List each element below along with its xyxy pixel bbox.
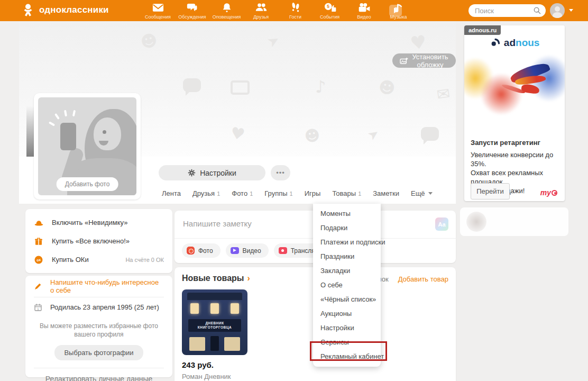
ok-logo[interactable]: одноклассники	[21, 3, 109, 17]
topbar: одноклассники Сообщения Обсуждения Опове…	[0, 0, 588, 21]
tab-feed[interactable]: Лента	[162, 189, 181, 197]
quick-actions-card: Включить «Невидимку» Купить «Все включен…	[25, 209, 172, 273]
menu-item-settings[interactable]: Настройки	[313, 321, 381, 335]
profile-tabs: Лента Друзья1 Фото1 Группы1 Игры Товары1…	[162, 189, 433, 197]
menu-item-ad-cabinet[interactable]: Рекламный кабинет	[313, 349, 381, 364]
hat-icon	[34, 219, 45, 226]
video-play-promo-button[interactable]	[389, 5, 402, 16]
write-about-yourself-link[interactable]: Напишите что-нибудь интересное о себе	[34, 276, 164, 297]
set-cover-button[interactable]: Установить обложку	[392, 53, 456, 68]
mytarget-logo: my	[540, 188, 557, 197]
two-people-icon	[244, 1, 278, 14]
product-price: 243 руб.	[182, 360, 214, 369]
menu-item-moments[interactable]: Моменты	[313, 206, 381, 221]
new-products-title[interactable]: Новые товары›	[182, 274, 250, 283]
menu-item-bookmarks[interactable]: Закладки	[313, 264, 381, 278]
plane-pattern-icon	[365, 125, 382, 143]
smiley-pattern-icon	[139, 30, 159, 52]
enable-invisible-mode-item[interactable]: Включить «Невидимку»	[34, 213, 164, 232]
cover-edge-shadow	[26, 106, 34, 157]
events-5-thumb-icon: 5	[313, 1, 347, 14]
topbar-nav: Сообщения Обсуждения Оповещения Друзья	[141, 1, 416, 20]
ok-logo-icon	[21, 3, 35, 17]
adnous-logo: adnous	[464, 37, 565, 49]
heart-pattern-icon	[229, 123, 246, 144]
menu-item-blacklist[interactable]: «Чёрный список»	[313, 292, 381, 306]
tab-products[interactable]: Товары1	[332, 189, 361, 197]
attach-video-button[interactable]: Видео	[226, 243, 269, 258]
composer-attachments: Фото Видео Трансляция	[182, 243, 333, 258]
avatar-placeholder-blob	[466, 212, 486, 232]
text-style-aa-button[interactable]: Aa	[435, 217, 448, 231]
envelope-icon	[141, 1, 175, 14]
live-stream-icon	[279, 247, 287, 254]
ad-domain-badge: adnous.ru	[464, 25, 501, 35]
buy-ok-coins-item[interactable]: ок Купить ОКи На счёте 0 ОК	[34, 250, 164, 269]
bubble-pattern-icon	[183, 78, 201, 92]
tab-photos[interactable]: Фото1	[232, 189, 253, 197]
ad-title: Запусти ретаргетинг	[471, 139, 540, 147]
menu-item-holidays[interactable]: Праздники	[313, 249, 381, 264]
buy-all-inclusive-item[interactable]: Купить «Все включено!»	[34, 232, 164, 250]
ad-image: adnous	[464, 25, 565, 123]
search-box	[468, 4, 546, 17]
birthday-row: 1 Родилась 23 апреля 1995 (25 лет)	[34, 297, 164, 317]
profile-avatar-card: Добавить фото	[34, 93, 141, 199]
menu-item-gifts[interactable]: Подарки	[313, 221, 381, 235]
music-pattern-icon	[315, 77, 326, 97]
add-photo-button[interactable]: Добавить фото	[57, 177, 118, 191]
profile-settings-button[interactable]: Настройки	[159, 165, 265, 180]
nav-messages[interactable]: Сообщения	[141, 1, 175, 20]
tab-notes[interactable]: Заметки	[373, 189, 399, 197]
brand-name: одноклассники	[39, 5, 109, 15]
more-dropdown-menu: Моменты Подарки Платежи и подписки Празд…	[313, 204, 381, 367]
ok-balance: На счёте 0 ОК	[125, 257, 164, 263]
set-cover-icon	[400, 57, 408, 65]
footprints-icon	[278, 1, 313, 14]
product-image-book-cover[interactable]: ДНЕВНИККНИГОТОРГОВЦА	[182, 289, 247, 355]
pencil-icon	[34, 282, 45, 291]
search-input[interactable]	[475, 7, 533, 15]
video-icon	[231, 247, 239, 254]
menu-item-auctions[interactable]: Аукционы	[313, 306, 381, 321]
nav-notifications[interactable]: Оповещения	[209, 1, 244, 20]
chat-bubbles-icon	[175, 1, 209, 14]
bubble-pattern-icon	[421, 127, 439, 141]
nav-guests[interactable]: Гости	[278, 1, 313, 20]
svg-text:1: 1	[37, 307, 39, 310]
nav-events[interactable]: 5 События	[313, 1, 347, 20]
nav-discussions[interactable]: Обсуждения	[175, 1, 209, 20]
tab-groups[interactable]: Группы1	[264, 189, 292, 197]
tab-games[interactable]: Игры	[305, 189, 321, 197]
bell-icon	[209, 1, 244, 14]
choose-photos-button[interactable]: Выбрать фотографии	[54, 345, 143, 360]
nav-video[interactable]: Видео	[347, 1, 381, 20]
nav-friends[interactable]: Друзья	[244, 1, 278, 20]
calendar-icon: 1	[34, 303, 45, 312]
ok-profile-page: Установить обложку Настройки ••• Лента Д…	[0, 0, 588, 381]
chevron-down-icon	[428, 192, 433, 195]
account-menu-caret-icon[interactable]	[569, 9, 573, 12]
heart-pattern-icon	[409, 31, 428, 54]
edit-personal-data-link[interactable]: Редактировать личные данные	[34, 368, 164, 381]
product-seller[interactable]: Роман Дневник	[182, 373, 231, 380]
search-icon[interactable]	[533, 6, 541, 15]
user-avatar[interactable]	[550, 3, 565, 18]
chevron-right-icon: ›	[247, 274, 250, 283]
menu-item-payments[interactable]: Платежи и подписки	[313, 235, 381, 249]
tab-friends[interactable]: Друзья1	[192, 189, 220, 197]
add-product-link[interactable]: Добавить товар	[398, 275, 448, 283]
profile-more-button[interactable]: •••	[271, 165, 290, 180]
attach-photo-button[interactable]: Фото	[182, 243, 221, 258]
photo-pattern-icon	[231, 80, 250, 95]
ad-banner-card[interactable]: adnous.ru adnous Запусти ретаргетинг Уве…	[464, 25, 565, 201]
menu-item-about[interactable]: О себе	[313, 278, 381, 292]
tab-more[interactable]: Ещё	[411, 189, 433, 197]
adnous-logo-mark	[490, 37, 504, 48]
menu-item-services[interactable]: Сервисы	[313, 335, 381, 349]
svg-text:5: 5	[327, 4, 329, 9]
ok-coin-icon: ок	[34, 255, 45, 265]
mail-pattern-icon	[436, 84, 452, 104]
ad-cta-button[interactable]: Перейти	[471, 183, 510, 199]
about-card: Напишите что-нибудь интересное о себе 1 …	[25, 276, 172, 377]
